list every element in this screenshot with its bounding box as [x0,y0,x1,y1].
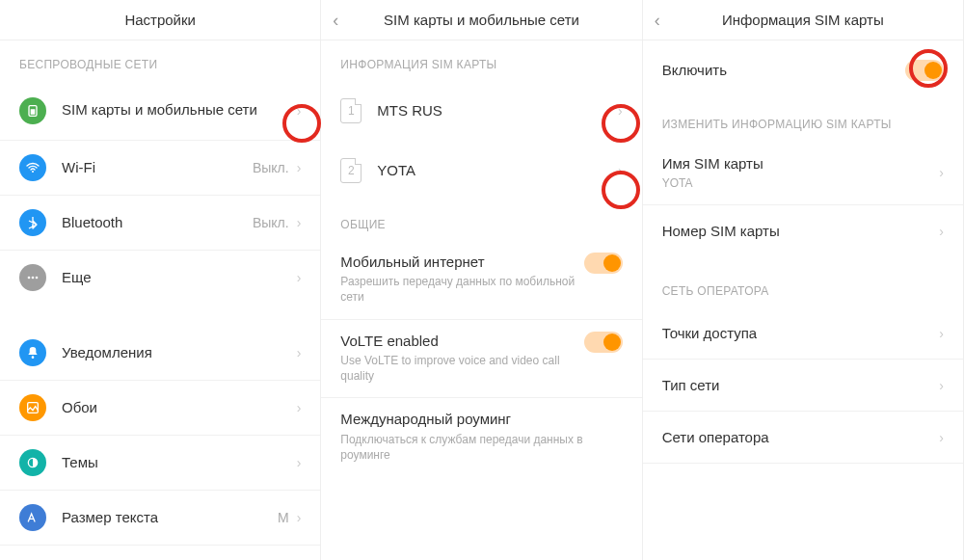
wallpaper-label: Обои [62,398,297,417]
themes-label: Темы [62,453,297,472]
enable-sim-toggle[interactable] [905,60,944,81]
row-wallpaper[interactable]: Обои › [0,381,320,436]
chevron-right-icon: › [939,224,944,239]
operator-section-header: СЕТЬ ОПЕРАТОРА [643,257,963,307]
settings-header: Настройки [0,0,320,40]
sim-slot-2-icon: 2 [340,158,362,183]
row-more[interactable]: Еще › [0,251,320,305]
siminfo-panel: ‹ Информация SIM карты Включить ИЗМЕНИТЬ… [643,0,964,560]
row-sim-number[interactable]: Номер SIM карты › [643,205,963,257]
chevron-right-icon: › [297,215,302,230]
sim1-label: MTS RUS [377,101,618,120]
wifi-icon [19,154,46,181]
sim-header: ‹ SIM карты и мобильные сети [321,0,641,40]
bluetooth-icon [19,209,46,236]
mobile-data-sub: Разрешить передачу данных по мобильной с… [340,274,583,305]
siminfo-title: Информация SIM карты [722,12,884,28]
svg-point-2 [32,171,34,173]
wireless-section-header: БЕСПРОВОДНЫЕ СЕТИ [0,40,320,81]
chevron-right-icon: › [618,163,623,178]
net-type-label: Тип сети [662,376,940,395]
sim-number-label: Номер SIM карты [662,222,940,241]
mobile-data-toggle[interactable] [584,253,623,274]
svg-point-3 [28,277,31,280]
roaming-sub: Подключаться к службам передачи данных в… [340,432,622,463]
siminfo-header: ‹ Информация SIM карты [643,0,963,40]
row-themes[interactable]: Темы › [0,436,320,491]
volte-label: VoLTE enabled [340,332,583,351]
back-button[interactable]: ‹ [655,12,660,29]
textsize-label: Размер текста [62,508,278,527]
row-roaming[interactable]: Международный роуминг Подключаться к слу… [321,398,641,476]
row-net-type[interactable]: Тип сети › [643,360,963,412]
sim-title: SIM карты и мобильные сети [384,12,579,28]
row-wifi[interactable]: Wi-Fi Выкл. › [0,141,320,196]
chevron-right-icon: › [297,160,302,175]
sim2-label: YOTA [377,161,618,180]
row-notifications[interactable]: Уведомления › [0,326,320,381]
wifi-value: Выкл. [253,160,289,175]
row-sim1[interactable]: 1 MTS RUS › [321,81,641,141]
row-textsize[interactable]: Размер текста М › [0,491,320,546]
svg-rect-1 [31,109,35,114]
chevron-right-icon: › [297,400,302,415]
roaming-label: Международный роуминг [340,410,622,429]
edit-siminfo-section-header: ИЗМЕНИТЬ ИНФОРМАЦИЮ SIM КАРТЫ [643,100,963,141]
row-sim-and-mobile[interactable]: SIM карты и мобильные сети › [0,81,320,141]
chevron-right-icon: › [297,455,302,470]
chevron-right-icon: › [297,103,302,119]
more-icon [19,264,46,291]
wallpaper-icon [19,394,46,421]
row-operator-nets[interactable]: Сети оператора › [643,412,963,464]
chevron-right-icon: › [297,345,302,360]
sim-name-sub: YOTA [662,175,940,191]
notifications-label: Уведомления [62,343,297,362]
volte-toggle[interactable] [584,332,623,353]
volte-sub: Use VoLTE to improve voice and video cal… [340,353,583,384]
bell-icon [19,339,46,366]
chevron-right-icon: › [939,430,944,445]
row-enable-sim[interactable]: Включить [643,40,963,100]
settings-panel: Настройки БЕСПРОВОДНЫЕ СЕТИ SIM карты и … [0,0,321,560]
textsize-value: М [278,510,289,525]
chevron-right-icon: › [618,103,623,119]
row-sim-label: SIM карты и мобильные сети [62,100,297,120]
svg-point-4 [32,277,35,280]
row-apn[interactable]: Точки доступа › [643,307,963,360]
chevron-right-icon: › [939,165,944,180]
sim-panel: ‹ SIM карты и мобильные сети ИНФОРМАЦИЯ … [321,0,642,560]
textsize-icon [19,504,46,531]
bluetooth-label: Bluetooth [62,213,253,232]
chevron-right-icon: › [297,510,302,525]
row-sim2[interactable]: 2 YOTA › [321,141,641,200]
operator-nets-label: Сети оператора [662,428,940,447]
enable-sim-label: Включить [662,61,905,80]
chevron-right-icon: › [297,270,302,285]
chevron-right-icon: › [939,326,944,341]
svg-point-6 [32,356,35,359]
sim-info-section-header: ИНФОРМАЦИЯ SIM КАРТЫ [321,40,641,81]
general-section-header: ОБЩИЕ [321,200,641,241]
back-button[interactable]: ‹ [333,12,338,29]
apn-label: Точки доступа [662,324,940,343]
wifi-label: Wi-Fi [62,158,253,177]
svg-point-5 [36,277,39,280]
row-sim-name[interactable]: Имя SIM карты YOTA › [643,141,963,205]
sim-slot-1-icon: 1 [340,98,362,123]
row-mobile-data[interactable]: Мобильный интернет Разрешить передачу да… [321,241,641,320]
themes-icon [19,449,46,476]
more-label: Еще [62,268,297,287]
sim-name-label: Имя SIM карты [662,154,940,173]
settings-title: Настройки [124,12,196,28]
mobile-data-label: Мобильный интернет [340,253,583,272]
chevron-right-icon: › [939,378,944,393]
row-bluetooth[interactable]: Bluetooth Выкл. › [0,196,320,251]
sim-card-icon [19,97,46,124]
bluetooth-value: Выкл. [253,215,289,230]
row-volte[interactable]: VoLTE enabled Use VoLTE to improve voice… [321,320,641,399]
